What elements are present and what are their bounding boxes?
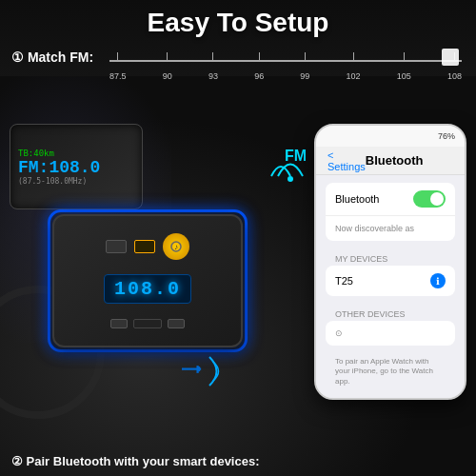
- discoverable-row: Now discoverable as: [326, 216, 455, 241]
- freq-label: 90: [163, 71, 172, 81]
- freq-87: 87.5: [109, 52, 127, 81]
- settings-back-button[interactable]: < Settings: [327, 149, 366, 172]
- my-devices-header: MY DEVICES: [326, 248, 455, 266]
- phone-nav-bar: < Settings Bluetooth: [316, 147, 465, 175]
- ruler-ticks: 87.5 90 93 96 99 102: [109, 52, 462, 81]
- tick-line: [305, 52, 306, 60]
- freq-108: 108: [447, 52, 462, 81]
- footer-text: To pair an Apple Watch with your iPhone,…: [335, 357, 433, 386]
- device-top-row: ♪: [106, 233, 189, 260]
- phone-content: Bluetooth Now discoverable as MY DEVICES…: [316, 175, 465, 398]
- freq-99: 99: [300, 52, 309, 81]
- tick-line: [353, 52, 354, 60]
- svg-text:⭢: ⭢: [181, 359, 202, 383]
- freq-label: 99: [300, 71, 309, 81]
- freq-93: 93: [208, 52, 218, 81]
- tick-line: [167, 52, 168, 60]
- step2-label: ② Pair Bluetooth with your smart devices…: [11, 454, 260, 468]
- step1-label: ① Match FM:: [11, 50, 93, 65]
- phone-battery: 76%: [438, 131, 455, 141]
- tick-line: [404, 52, 405, 60]
- device-bottom-row: [110, 319, 185, 328]
- device-t25-row[interactable]: T25 ℹ: [326, 266, 455, 296]
- main-container: Easy To Setup ① Match FM: 87.5 90 93 96: [0, 0, 476, 476]
- bluetooth-label: Bluetooth: [335, 193, 379, 205]
- tick-line: [212, 52, 213, 60]
- tick-line: [259, 52, 260, 60]
- tick-line: [117, 52, 118, 60]
- bluetooth-section: Bluetooth Now discoverable as: [326, 183, 455, 241]
- bluetooth-toggle-row: Bluetooth: [326, 183, 455, 216]
- scanning-indicator: ⊙: [335, 328, 343, 338]
- other-devices-header: OTHER DEVICES: [326, 304, 455, 321]
- discoverable-label: Now discoverable as: [335, 224, 414, 233]
- phone-mockup: 76% < Settings Bluetooth Bluetooth Now d…: [314, 124, 466, 400]
- svg-text:♪: ♪: [174, 243, 178, 251]
- freq-highlight: [442, 49, 459, 66]
- sd-card-slot: [133, 319, 162, 328]
- fm-ruler: 87.5 90 93 96 99 102: [109, 52, 462, 90]
- freq-label: 108: [447, 71, 462, 81]
- radio-frequency: FM:108.0: [18, 158, 100, 177]
- freq-102: 102: [347, 52, 361, 81]
- info-icon[interactable]: ℹ: [430, 273, 446, 288]
- usb-port-1: [106, 240, 127, 253]
- other-device-row: ⊙: [326, 321, 455, 346]
- page-title: Easy To Setup: [0, 8, 476, 38]
- freq-105: 105: [397, 52, 411, 81]
- radio-line1: TB:40km: [18, 149, 54, 158]
- my-devices-section: T25 ℹ: [326, 266, 455, 296]
- freq-90: 90: [163, 52, 172, 81]
- freq-label: 96: [254, 71, 264, 81]
- radio-range: (87.5-108.0MHz): [18, 177, 87, 186]
- fm-label: FM: [285, 148, 307, 165]
- phone-footer: To pair an Apple Watch with your iPhone,…: [326, 353, 455, 390]
- car-radio: TB:40km FM:108.0 (87.5-108.0MHz): [10, 124, 143, 209]
- bluetooth-signal-area: ⭢: [171, 347, 224, 395]
- other-devices-section: ⊙: [326, 321, 455, 346]
- freq-96: 96: [254, 52, 264, 81]
- freq-label: 93: [208, 71, 218, 81]
- micro-usb-port: [110, 319, 128, 328]
- device-button[interactable]: ♪: [163, 233, 189, 260]
- freq-label: 102: [347, 71, 361, 81]
- svg-point-2: [288, 176, 293, 182]
- bluetooth-signal-waves: ⭢: [171, 347, 224, 395]
- phone-status-bar: 76%: [316, 126, 465, 147]
- aux-port: [168, 319, 185, 328]
- freq-label: 87.5: [109, 71, 127, 81]
- fm-transmitter-device: ♪ 108.0: [52, 214, 243, 347]
- bluetooth-toggle[interactable]: [413, 190, 446, 208]
- bluetooth-title: Bluetooth: [366, 153, 424, 168]
- music-icon: ♪: [169, 240, 183, 253]
- freq-label: 105: [397, 71, 411, 81]
- device-row-actions: ℹ: [430, 273, 446, 288]
- usb-port-yellow: [134, 240, 155, 253]
- device-display: 108.0: [104, 274, 191, 304]
- device-name: T25: [335, 275, 353, 287]
